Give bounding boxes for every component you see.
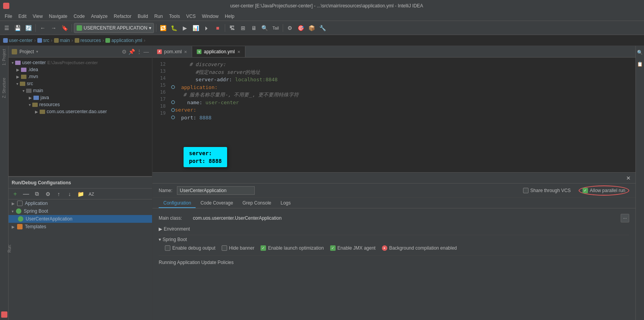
toolbar-sync-btn[interactable]: 🔄 bbox=[23, 23, 33, 33]
checkbox-row: Enable debug output Hide banner ✓ Enable… bbox=[165, 245, 629, 251]
bc-yaml-file[interactable]: application.yml bbox=[111, 38, 142, 43]
tree-mvn-name: .mvn bbox=[28, 74, 38, 79]
structure-strip-label[interactable]: Z: Structure bbox=[1, 76, 7, 100]
pom-xml-close[interactable]: ✕ bbox=[184, 50, 187, 54]
menu-navigate[interactable]: Navigate bbox=[46, 13, 70, 20]
toolbar-save-btn[interactable]: 💾 bbox=[12, 23, 23, 33]
toolbar-extra-3[interactable]: 🔧 bbox=[318, 23, 328, 33]
rd-user-center-app[interactable]: UserCenterApplication bbox=[9, 215, 152, 223]
right-strip-btn-1[interactable]: 🔍 bbox=[635, 47, 644, 58]
tree-idea[interactable]: ▶ .idea bbox=[9, 66, 152, 73]
toolbar-run-btn[interactable]: ▶ bbox=[180, 23, 190, 33]
bc-src[interactable]: src bbox=[43, 38, 49, 43]
spring-boot-header[interactable]: ▾ Spring Boot bbox=[159, 235, 629, 244]
cb-enable-launch[interactable]: ✓ Enable launch optimization bbox=[261, 245, 324, 251]
environment-section[interactable]: ▶ Environment bbox=[159, 225, 629, 233]
menu-window[interactable]: Window bbox=[199, 13, 222, 20]
rd-templates-label: Templates bbox=[25, 224, 46, 229]
right-strip-btn-2[interactable]: 📋 bbox=[635, 59, 644, 69]
running-policies-header[interactable]: Running Application Update Policies bbox=[159, 258, 629, 267]
menu-vcs[interactable]: VCS bbox=[183, 13, 199, 20]
rd-down-btn[interactable]: ↓ bbox=[65, 189, 75, 199]
toolbar-extra-2[interactable]: 📦 bbox=[307, 23, 317, 33]
bc-resources[interactable]: resources bbox=[80, 38, 101, 43]
tree-root[interactable]: ▾ user-center E:\JavaProject\user-center bbox=[9, 59, 152, 66]
allow-parallel-cb-item[interactable]: ✓ Allow parallel run bbox=[583, 188, 625, 193]
toolbar-stop-btn[interactable]: ■ bbox=[213, 23, 223, 33]
tree-resources[interactable]: ▾ resources bbox=[9, 101, 152, 108]
config-tab-configuration[interactable]: Configuration bbox=[159, 199, 196, 208]
toolbar-bookmark-btn[interactable]: 🔖 bbox=[60, 23, 70, 33]
project-folder-icon bbox=[12, 49, 17, 54]
toolbar-coverage-btn[interactable]: 📊 bbox=[191, 23, 201, 33]
config-tab-grep[interactable]: Grep Console bbox=[238, 199, 276, 208]
menu-help[interactable]: Help bbox=[222, 13, 238, 20]
main-class-more-btn[interactable]: ··· bbox=[621, 214, 629, 222]
tab-pom-xml[interactable]: ✗ pom.xml ✕ bbox=[152, 46, 192, 57]
config-tab-logs[interactable]: Logs bbox=[276, 199, 296, 208]
menu-code[interactable]: Code bbox=[70, 13, 88, 20]
cb-enable-jmx[interactable]: ✓ Enable JMX agent bbox=[330, 245, 376, 251]
cb-enable-debug[interactable]: Enable debug output bbox=[165, 245, 215, 251]
spring-boot-section: ▾ Spring Boot Enable debug output bbox=[159, 235, 629, 252]
config-name-label: Name: bbox=[159, 188, 172, 193]
toolbar-search-btn[interactable]: 🔍 bbox=[260, 23, 270, 33]
rd-templates[interactable]: ▶ Templates bbox=[9, 223, 152, 231]
toolbar-grid-btn[interactable]: ⊞ bbox=[238, 23, 248, 33]
tree-src[interactable]: ▾ src bbox=[9, 80, 152, 87]
toolbar-menu-btn[interactable]: ☰ bbox=[2, 23, 12, 33]
rd-folder-btn[interactable]: 📁 bbox=[75, 189, 86, 199]
application-yml-close[interactable]: ✕ bbox=[237, 50, 240, 54]
rd-settings-btn[interactable]: ⚙ bbox=[43, 189, 53, 199]
project-header-minimize-icon[interactable]: — bbox=[144, 49, 149, 55]
menu-file[interactable]: File bbox=[2, 13, 15, 20]
menu-build[interactable]: Build bbox=[135, 13, 151, 20]
project-strip-label[interactable]: 1: Project bbox=[1, 47, 7, 67]
rd-application[interactable]: ▶ Application bbox=[9, 199, 152, 207]
project-header-more-icon[interactable]: ⋮ bbox=[136, 49, 142, 55]
project-header-pin-icon[interactable]: 📌 bbox=[128, 49, 135, 55]
toolbar-build-btn[interactable]: 🏗 bbox=[227, 23, 237, 33]
toolbar-debug-btn[interactable]: 🐛 bbox=[169, 23, 179, 33]
toolbar-play-btn[interactable]: ⏵ bbox=[202, 23, 212, 33]
bc-main[interactable]: main bbox=[60, 38, 70, 43]
run-config-selector[interactable]: USERCENTER APPLICATION ▾ bbox=[74, 23, 154, 33]
config-tab-coverage[interactable]: Code Coverage bbox=[196, 199, 238, 208]
project-header-settings-icon[interactable]: ⚙ bbox=[122, 49, 127, 55]
tree-main[interactable]: ▾ main bbox=[9, 87, 152, 94]
config-dialog-close[interactable]: ✕ bbox=[625, 174, 632, 182]
toolbar-rerun-btn[interactable]: 🔁 bbox=[158, 23, 168, 33]
menu-tools[interactable]: Tools bbox=[166, 13, 183, 20]
menu-view[interactable]: View bbox=[30, 13, 46, 20]
rd-spring-boot[interactable]: ▾ Spring Boot bbox=[9, 207, 152, 215]
rd-up-btn[interactable]: ↑ bbox=[54, 189, 64, 199]
tree-mvn[interactable]: ▶ .mvn bbox=[9, 73, 152, 80]
rd-copy-btn[interactable]: ⧉ bbox=[32, 189, 42, 199]
toolbar-settings-btn[interactable]: ⚙ bbox=[285, 23, 295, 33]
rd-add-btn[interactable]: + bbox=[10, 189, 20, 199]
config-name-input[interactable] bbox=[177, 186, 255, 195]
share-vcs-cb-item[interactable]: Share through VCS bbox=[523, 188, 571, 193]
menu-analyze[interactable]: Analyze bbox=[88, 13, 111, 20]
toolbar-tail-btn[interactable]: Tail bbox=[271, 23, 281, 33]
toolbar-back-btn[interactable]: ← bbox=[38, 23, 48, 33]
rd-application-label: Application bbox=[25, 201, 48, 206]
toolbar-screen-btn[interactable]: 🖥 bbox=[249, 23, 259, 33]
menu-run[interactable]: Run bbox=[151, 13, 166, 20]
tree-dao[interactable]: ▶ com.uos.usercenter.dao.user bbox=[9, 108, 152, 115]
tree-java[interactable]: ▶ java bbox=[9, 94, 152, 101]
share-vcs-checkbox[interactable]: Share through VCS bbox=[523, 188, 571, 193]
menu-refactor[interactable]: Refactor bbox=[111, 13, 135, 20]
tree-idea-icon bbox=[21, 68, 26, 72]
rd-sort-btn[interactable]: AZ bbox=[86, 189, 96, 199]
favorites-icon[interactable] bbox=[1, 311, 7, 318]
cb-hide-banner[interactable]: Hide banner bbox=[222, 245, 254, 251]
cb-bg-compile[interactable]: ✦ Background compilation enabled bbox=[382, 245, 457, 251]
project-dropdown-icon[interactable]: ▾ bbox=[36, 49, 38, 54]
rd-remove-btn[interactable]: — bbox=[21, 189, 31, 199]
toolbar-forward-btn[interactable]: → bbox=[49, 23, 59, 33]
toolbar-extra-1[interactable]: 🎯 bbox=[296, 23, 306, 33]
tab-application-yml[interactable]: Y application.yml ✕ bbox=[192, 46, 245, 57]
menu-edit[interactable]: Edit bbox=[15, 13, 30, 20]
bc-user-center[interactable]: user-center bbox=[9, 38, 33, 43]
